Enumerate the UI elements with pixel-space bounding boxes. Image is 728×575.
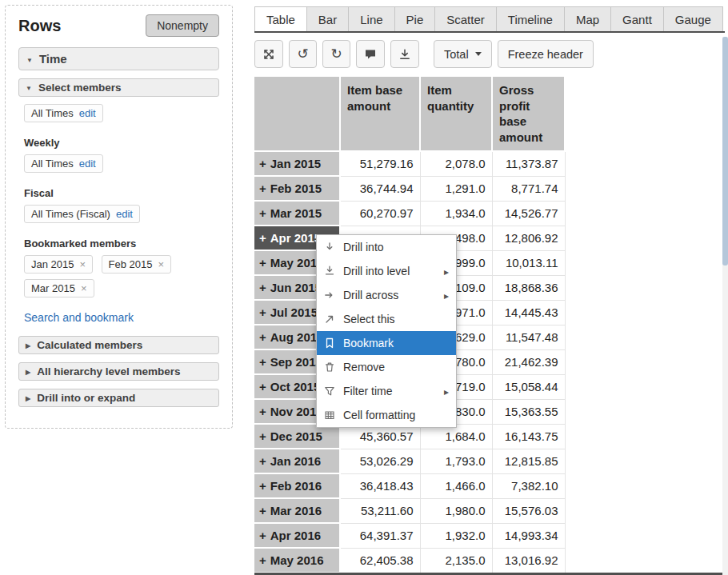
expand-plus-icon[interactable] (259, 380, 266, 393)
expand-plus-icon[interactable] (259, 281, 266, 294)
expand-plus-icon[interactable] (259, 454, 266, 468)
data-cell[interactable]: 15,363.55 (492, 399, 565, 424)
redo-icon[interactable]: ↻ (322, 40, 350, 68)
column-header-item-base-amount[interactable]: Item base amount (340, 77, 420, 151)
remove-tag-icon[interactable] (158, 259, 164, 270)
nonempty-button[interactable]: Nonempty (146, 14, 219, 37)
data-cell[interactable]: 2,078.0 (420, 151, 492, 176)
row-header-cell[interactable]: Jan 2015 (254, 151, 340, 176)
total-dropdown[interactable]: Total (434, 40, 492, 68)
edit-link[interactable]: edit (116, 208, 133, 220)
expand-plus-icon[interactable] (259, 305, 266, 319)
tab-map[interactable]: Map (564, 6, 611, 31)
data-cell[interactable]: 16,143.75 (492, 424, 565, 449)
data-cell[interactable]: 36,418.43 (340, 473, 420, 498)
expand-plus-icon[interactable] (259, 553, 266, 567)
data-cell[interactable]: 1,793.0 (420, 449, 492, 473)
menu-item-select-this[interactable]: Select this (317, 307, 456, 331)
menu-item-drill-into-level[interactable]: Drill into level (317, 259, 456, 283)
menu-item-cell-formatting[interactable]: Cell formatting (317, 403, 456, 427)
expand-plus-icon[interactable] (259, 479, 266, 493)
data-cell[interactable]: 10,013.11 (492, 250, 565, 275)
data-cell[interactable]: 18,868.36 (492, 275, 565, 300)
expand-plus-icon[interactable] (259, 405, 266, 418)
freeze-header-button[interactable]: Freeze header (498, 40, 594, 68)
section-drill-into-or-expand[interactable]: Drill into or expand (18, 389, 219, 407)
data-cell[interactable]: 60,270.97 (340, 201, 420, 226)
expand-plus-icon[interactable] (259, 355, 266, 369)
tab-timeline[interactable]: Timeline (496, 6, 565, 31)
data-cell[interactable]: 14,445.43 (492, 300, 565, 325)
data-cell[interactable]: 2,135.0 (420, 548, 492, 573)
section-calculated-members[interactable]: Calculated members (18, 336, 219, 354)
data-cell[interactable]: 53,026.29 (340, 449, 420, 473)
menu-item-filter-time[interactable]: Filter time (317, 379, 456, 403)
vertical-scrollbar-thumb[interactable] (722, 37, 728, 266)
row-header-cell[interactable]: Apr 2016 (254, 523, 340, 548)
data-cell[interactable]: 7,382.10 (492, 473, 565, 498)
data-cell[interactable]: 1,466.0 (420, 473, 492, 498)
tab-table[interactable]: Table (254, 6, 307, 31)
section-time[interactable]: Time (18, 47, 219, 70)
data-cell[interactable]: 53,211.60 (340, 498, 420, 523)
remove-tag-icon[interactable] (81, 283, 87, 293)
data-cell[interactable]: 64,391.37 (340, 523, 420, 548)
tab-gantt[interactable]: Gantt (610, 6, 664, 31)
tab-bar[interactable]: Bar (306, 6, 349, 31)
data-cell[interactable]: 1,934.0 (420, 201, 492, 226)
expand-plus-icon[interactable] (259, 429, 266, 443)
data-cell[interactable]: 12,815.85 (492, 449, 565, 473)
data-cell[interactable]: 36,744.94 (340, 176, 420, 201)
row-header-cell[interactable]: Jan 2016 (254, 449, 340, 473)
data-cell[interactable]: 12,806.92 (492, 226, 565, 250)
undo-icon[interactable]: ↺ (289, 40, 317, 68)
data-cell[interactable]: 15,576.03 (492, 498, 565, 523)
column-header-item-quantity[interactable]: Item quantity (420, 77, 492, 151)
tab-gauge[interactable]: Gauge (663, 6, 723, 31)
section-all-hierarchy-level-members[interactable]: All hierarchy level members (18, 362, 219, 381)
data-cell[interactable]: 21,462.39 (492, 349, 565, 374)
tab-pie[interactable]: Pie (394, 6, 436, 31)
edit-link[interactable]: edit (79, 158, 96, 170)
tab-line[interactable]: Line (348, 6, 394, 31)
tab-scatter[interactable]: Scatter (434, 6, 497, 31)
data-cell[interactable]: 15,058.44 (492, 374, 565, 399)
data-cell[interactable]: 1,932.0 (420, 523, 492, 548)
expand-plus-icon[interactable] (259, 529, 266, 542)
data-cell[interactable]: 51,279.16 (340, 151, 420, 176)
row-header-cell[interactable]: Feb 2016 (254, 473, 340, 498)
expand-plus-icon[interactable] (259, 182, 266, 195)
comment-icon[interactable] (356, 40, 385, 68)
data-cell[interactable]: 14,526.77 (492, 201, 565, 226)
menu-item-drill-into[interactable]: Drill into (317, 235, 456, 259)
data-cell[interactable]: 11,547.48 (492, 325, 565, 349)
remove-tag-icon[interactable] (80, 259, 86, 270)
menu-item-drill-across[interactable]: Drill across (317, 283, 456, 307)
column-header-gross-profit[interactable]: Gross profit base amount (492, 77, 565, 151)
menu-item-remove[interactable]: Remove (317, 355, 456, 379)
data-cell[interactable]: 13,016.92 (492, 548, 565, 573)
expand-plus-icon[interactable] (259, 231, 266, 245)
expand-icon[interactable] (254, 40, 283, 68)
row-header-cell[interactable]: Feb 2015 (254, 176, 340, 201)
row-header-cell[interactable]: May 2016 (254, 548, 340, 573)
expand-plus-icon[interactable] (259, 256, 266, 270)
edit-link[interactable]: edit (79, 107, 96, 119)
row-header-cell[interactable]: Mar 2016 (254, 498, 340, 523)
download-icon[interactable] (390, 40, 419, 68)
vertical-scrollbar[interactable] (722, 37, 728, 575)
data-cell[interactable]: 8,771.74 (492, 176, 565, 201)
data-cell[interactable]: 62,405.38 (340, 548, 420, 573)
search-and-bookmark-link[interactable]: Search and bookmark (24, 311, 134, 324)
menu-item-bookmark[interactable]: Bookmark (317, 331, 456, 355)
section-select-members[interactable]: Select members (18, 78, 219, 97)
expand-plus-icon[interactable] (259, 206, 266, 220)
data-cell[interactable]: 1,291.0 (420, 176, 492, 201)
expand-plus-icon[interactable] (259, 157, 266, 170)
row-header-cell[interactable]: Mar 2015 (254, 201, 340, 226)
data-cell[interactable]: 1,980.0 (420, 498, 492, 523)
data-cell[interactable]: 11,373.87 (492, 151, 565, 176)
expand-plus-icon[interactable] (259, 330, 266, 344)
data-cell[interactable]: 14,993.34 (492, 523, 565, 548)
expand-plus-icon[interactable] (259, 504, 266, 517)
